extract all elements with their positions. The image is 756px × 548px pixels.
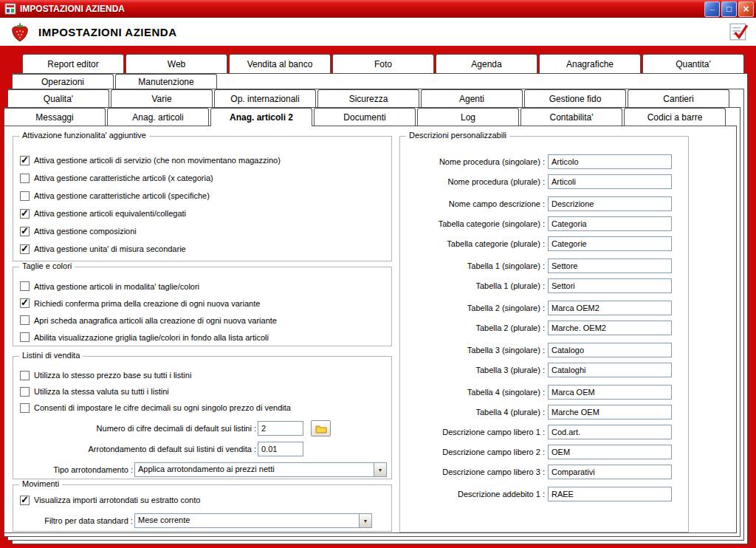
checkbox-row[interactable]: Apri scheda anagrafica articoli alla cre… — [20, 312, 391, 329]
tab[interactable]: Vendita al banco — [229, 54, 331, 73]
group-attivazione-funzionalita: Attivazione funzionalita' aggiuntive Att… — [13, 136, 392, 261]
tab[interactable]: Report editor — [22, 54, 124, 73]
tab[interactable]: Operazioni — [12, 74, 114, 89]
checkbox-label: Attiva gestione unita' di misura seconda… — [34, 244, 186, 253]
titlebar[interactable]: IMPOSTAZIONI AZIENDA _ □ × — [0, 0, 756, 18]
tab[interactable]: Messaggi — [4, 108, 106, 126]
checkbox[interactable] — [20, 298, 30, 308]
dropdown-arrow-icon[interactable]: ▼ — [359, 514, 371, 527]
text-input[interactable] — [548, 258, 672, 273]
text-input[interactable] — [548, 174, 672, 189]
tab[interactable]: Qualita' — [7, 89, 109, 107]
text-input[interactable] — [548, 301, 672, 315]
checkbox[interactable] — [20, 496, 30, 505]
checkbox-row[interactable]: Abilita visualizzazione griglia taglie/c… — [20, 329, 391, 346]
checkbox[interactable] — [20, 403, 30, 413]
field-label: Descrizione campo libero 2 : — [406, 448, 545, 456]
text-input[interactable] — [548, 196, 672, 211]
tab[interactable]: Log — [417, 108, 519, 126]
minimize-icon: _ — [709, 1, 715, 11]
text-input[interactable] — [548, 363, 672, 377]
close-button[interactable]: × — [738, 1, 754, 17]
checkbox-row[interactable]: Visualizza importi arrotondati su estrat… — [20, 492, 391, 508]
tab[interactable]: Agenti — [421, 89, 523, 107]
checkbox[interactable] — [20, 191, 30, 201]
tab[interactable]: Agenda — [436, 54, 537, 73]
text-input[interactable] — [548, 278, 672, 293]
tab[interactable]: Anag. articoli 2 — [210, 108, 312, 126]
group-title: Listini di vendita — [19, 351, 83, 360]
field-row: Tabella categorie (plurale) : — [406, 236, 688, 251]
checkbox[interactable] — [20, 332, 30, 342]
text-input[interactable] — [548, 321, 672, 335]
tab[interactable]: Web — [126, 54, 227, 73]
tab-row-4: MessaggiAnag. articoliAnag. articoli 2Do… — [4, 108, 726, 127]
text-input[interactable] — [548, 154, 672, 169]
text-input[interactable] — [548, 405, 672, 419]
checkbox[interactable] — [20, 227, 30, 236]
tab[interactable]: Codici a barre — [624, 108, 726, 126]
checkbox-row[interactable]: Attiva gestione caratteristiche articoli… — [20, 187, 391, 205]
checkbox[interactable] — [20, 209, 30, 219]
tab[interactable]: Manutenzione — [115, 74, 217, 89]
tab[interactable]: Varie — [111, 89, 213, 107]
checkbox[interactable] — [20, 315, 30, 325]
checkbox[interactable] — [20, 156, 30, 165]
checkbox[interactable] — [20, 387, 30, 397]
text-input[interactable] — [548, 385, 672, 400]
maximize-button[interactable]: □ — [721, 1, 737, 17]
dropdown-arrow-icon[interactable]: ▼ — [374, 463, 386, 476]
tab-label: Codici a barre — [647, 112, 703, 123]
field-row: Tabella 3 (plurale) : — [406, 363, 688, 377]
folder-icon — [315, 424, 327, 434]
checkbox[interactable] — [20, 371, 30, 380]
text-input[interactable] — [548, 487, 672, 501]
tab[interactable]: Quantita' — [642, 54, 744, 73]
text-input[interactable] — [548, 216, 672, 231]
checkbox-row[interactable]: Utilizza lo stesso prezzo base su tutti … — [20, 367, 391, 383]
checkbox-label: Utilizza la stessa valuta su tutti i lis… — [34, 387, 169, 396]
tab[interactable]: Cantieri — [628, 89, 729, 107]
checkbox-row[interactable]: Richiedi conferma prima della creazione … — [20, 295, 391, 312]
text-input[interactable] — [548, 236, 672, 251]
checkbox-row[interactable]: Attiva gestione composizioni — [20, 222, 391, 240]
tipo-arrotondamento-combobox[interactable]: Applica arrotondamento ai prezzi netti ▼ — [134, 462, 387, 477]
checkbox-row[interactable]: Attiva gestione caratteristiche articoli… — [20, 169, 391, 187]
checkbox-row[interactable]: Consenti di impostare le cifre decimali … — [20, 400, 391, 416]
group-descrizioni-personalizzabili: Descrizioni personalizzabili Nome proced… — [399, 136, 689, 532]
checkbox-row[interactable]: Attiva gestione unita' di misura seconda… — [20, 240, 391, 258]
tab[interactable]: Gestione fido — [524, 89, 626, 107]
tab-label: Sicurezza — [349, 94, 388, 104]
text-input[interactable] — [548, 445, 672, 459]
tab[interactable]: Op. internazionali — [214, 89, 316, 107]
field-row: Nome procedura (singolare) : — [406, 154, 688, 169]
tab[interactable]: Anag. articoli — [107, 108, 209, 126]
tab[interactable]: Foto — [332, 54, 434, 73]
checkbox[interactable] — [20, 244, 30, 254]
checkbox-row[interactable]: Attiva gestione articoli di servizio (ch… — [20, 151, 391, 169]
checkbox-row[interactable]: Utilizza la stessa valuta su tutti i lis… — [20, 383, 391, 400]
tab[interactable]: Anagrafiche — [539, 54, 641, 73]
tab-label: Messaggi — [35, 112, 73, 123]
text-input[interactable] — [548, 343, 672, 357]
folder-button[interactable] — [311, 420, 331, 436]
text-input[interactable] — [548, 465, 672, 479]
checkbox-row[interactable]: Attiva gestione articoli in modalita' ta… — [20, 278, 391, 295]
confirm-checklist-icon[interactable] — [729, 22, 749, 41]
numero-cifre-decimali-input[interactable] — [258, 421, 303, 436]
app-window: IMPOSTAZIONI AZIENDA _ □ × IMPOSTAZIONI … — [0, 0, 756, 548]
filtro-data-standard-combobox[interactable]: Mese corrente ▼ — [134, 513, 372, 528]
checkbox[interactable] — [20, 281, 30, 291]
checkbox-row[interactable]: Attiva gestione articoli equivalenti/col… — [20, 205, 391, 222]
tab-label: Varie — [151, 94, 171, 104]
checkbox-label: Richiedi conferma prima della creazione … — [34, 299, 260, 308]
tab[interactable]: Sicurezza — [317, 89, 419, 107]
text-input[interactable] — [548, 425, 672, 439]
tab[interactable]: Contabilita' — [520, 108, 622, 126]
tab[interactable]: Documenti — [314, 108, 416, 126]
minimize-button[interactable]: _ — [704, 1, 720, 17]
tab-label: Op. internazionali — [230, 94, 299, 104]
strawberry-icon — [9, 21, 31, 43]
checkbox[interactable] — [20, 174, 30, 183]
arrotondamento-default-input[interactable] — [258, 442, 303, 456]
